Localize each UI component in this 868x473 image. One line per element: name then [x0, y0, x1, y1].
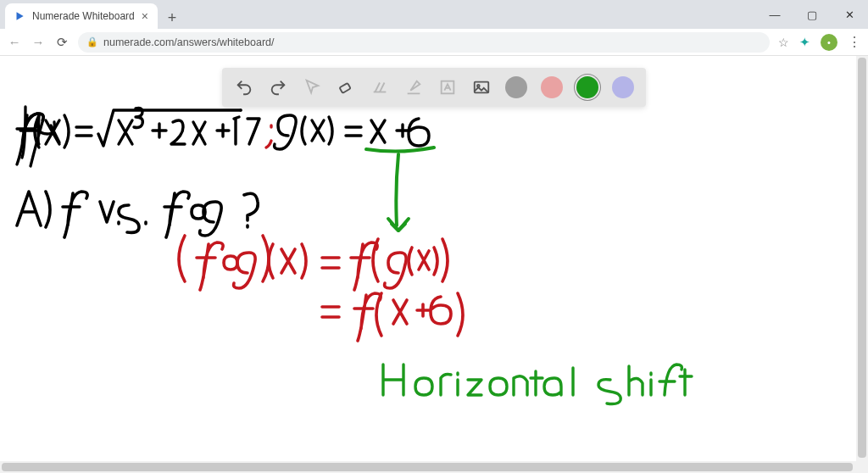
minimize-button[interactable]: —	[756, 0, 793, 29]
lock-icon: 🔒	[86, 36, 98, 47]
browser-tab[interactable]: Numerade Whiteboard ×	[5, 3, 158, 29]
whiteboard[interactable]: f(x) = √(x³ + 2x + 17) g(x) = x + 6 A) f…	[0, 56, 868, 473]
handwriting-layer	[0, 56, 868, 473]
browser-toolbar: ← → ⟳ 🔒 numerade.com/answers/whiteboard/…	[0, 29, 868, 56]
extensions-icon[interactable]: ✦	[799, 35, 810, 50]
forward-button[interactable]: →	[31, 35, 46, 49]
window-controls: — ▢ ✕	[756, 0, 868, 29]
profile-avatar[interactable]: •	[821, 34, 837, 51]
reload-button[interactable]: ⟳	[54, 35, 70, 50]
browser-titlebar: Numerade Whiteboard × + — ▢ ✕	[0, 0, 868, 29]
maximize-button[interactable]: ▢	[793, 0, 831, 29]
url-text: numerade.com/answers/whiteboard/	[103, 36, 275, 48]
vertical-scrollbar-thumb[interactable]	[858, 58, 866, 458]
svg-marker-0	[17, 12, 24, 19]
close-window-button[interactable]: ✕	[831, 0, 868, 29]
tab-title: Numerade Whiteboard	[32, 10, 135, 22]
horizontal-scrollbar-thumb[interactable]	[2, 463, 853, 471]
new-tab-button[interactable]: +	[161, 7, 183, 29]
close-icon[interactable]: ×	[142, 10, 148, 22]
horizontal-scrollbar[interactable]	[0, 461, 868, 473]
tab-favicon	[14, 10, 25, 22]
back-button[interactable]: ←	[7, 35, 22, 49]
vertical-scrollbar[interactable]	[856, 56, 868, 473]
bookmark-icon[interactable]: ☆	[778, 36, 789, 49]
menu-icon[interactable]: ⋮	[848, 34, 861, 50]
address-bar[interactable]: 🔒 numerade.com/answers/whiteboard/	[78, 32, 770, 53]
